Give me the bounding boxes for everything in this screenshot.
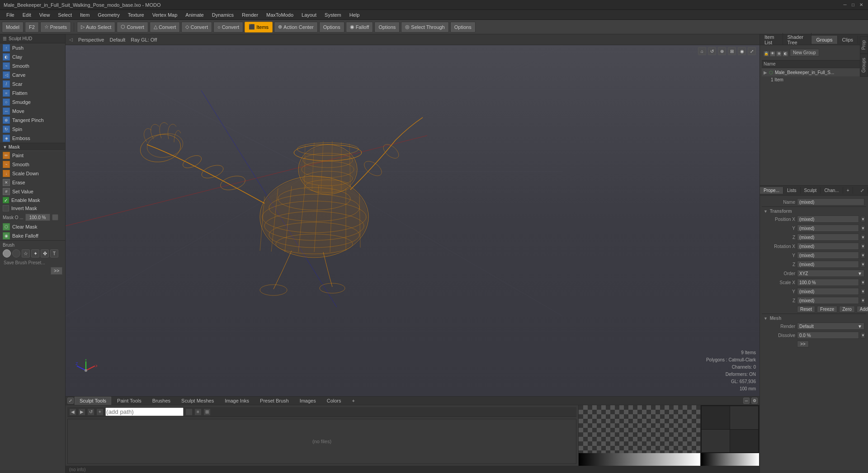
tab-images[interactable]: Images xyxy=(295,397,321,405)
group-icon1[interactable]: 🔒 xyxy=(764,51,769,56)
path-input[interactable] xyxy=(105,407,184,416)
tool-tangent-pinch[interactable]: ⊕ Tangent Pinch xyxy=(0,116,65,125)
autoselect-btn[interactable]: ▷ Auto Select xyxy=(77,22,115,33)
viewport-render-mode[interactable]: Ray GL: Off xyxy=(131,37,157,42)
zero-button[interactable]: Zero xyxy=(839,306,855,313)
convert4-btn[interactable]: ○ Convert xyxy=(213,22,243,33)
side-tab-groups[interactable]: Groups xyxy=(860,54,868,77)
tool-emboss[interactable]: ◈ Emboss xyxy=(0,134,65,143)
group-icon4[interactable]: ◐ xyxy=(783,51,788,56)
props-expand-btn[interactable]: ⤢ xyxy=(857,187,868,194)
tab-paint-tools[interactable]: Paint Tools xyxy=(112,397,146,405)
props-tab-properties[interactable]: Prope... xyxy=(760,187,783,194)
bottom-settings-btn[interactable]: ⚙ xyxy=(751,398,758,404)
group-icon2[interactable]: 👁 xyxy=(770,51,775,56)
tool-scar[interactable]: / Scar xyxy=(0,80,65,89)
rot-x-input[interactable] xyxy=(797,243,859,250)
render-dropdown[interactable]: Default ▼ xyxy=(797,323,864,330)
tool-flatten[interactable]: = Flatten xyxy=(0,89,65,98)
options1-btn[interactable]: Options xyxy=(319,22,344,33)
tool-move[interactable]: ↔ Move xyxy=(0,107,65,116)
menu-edit[interactable]: Edit xyxy=(19,11,35,19)
path-back-btn[interactable]: ◀ xyxy=(69,408,76,416)
options2-btn[interactable]: Options xyxy=(374,22,400,33)
tool-paint[interactable]: ✏ Paint xyxy=(0,151,65,160)
tool-scale-down[interactable]: ↓ Scale Down xyxy=(0,169,65,178)
rot-y-input[interactable] xyxy=(797,252,859,259)
tool-set-value[interactable]: # Set Value xyxy=(0,187,65,196)
convert1-btn[interactable]: ⬡ Convert xyxy=(117,22,148,33)
group-icon3[interactable]: ⊕ xyxy=(776,51,782,56)
enable-mask-toggle[interactable]: ✓ Enable Mask xyxy=(0,196,65,204)
tool-clay[interactable]: ◐ Clay xyxy=(0,52,65,61)
viewport-expand-icon[interactable]: ◁ xyxy=(69,37,73,42)
tool-spin[interactable]: ↻ Spin xyxy=(0,125,65,134)
side-tab-prop[interactable]: Prop xyxy=(860,36,868,54)
path-grid-btn[interactable]: ⊞ xyxy=(203,408,211,416)
menu-dynamics[interactable]: Dynamics xyxy=(208,11,237,19)
menu-help[interactable]: Help xyxy=(346,11,363,19)
tool-push[interactable]: ↑ Push xyxy=(0,43,65,52)
dissolve-arrow[interactable]: ▼ xyxy=(861,332,865,338)
pos-x-input[interactable] xyxy=(797,215,859,223)
new-group-button[interactable]: New Group xyxy=(790,49,819,56)
menu-file[interactable]: File xyxy=(3,11,18,19)
menu-system[interactable]: System xyxy=(321,11,345,19)
viewport-projection[interactable]: Perspective xyxy=(78,37,104,42)
convert2-btn[interactable]: △ Convert xyxy=(150,22,180,33)
clear-mask-btn[interactable]: ⬡ Clear Mask xyxy=(0,222,65,231)
falloff-btn[interactable]: ◉ Falloff xyxy=(346,22,373,33)
viewport-expand-btn[interactable]: ⤢ xyxy=(748,47,756,55)
tab-sculpt-tools[interactable]: Sculpt Tools xyxy=(75,397,111,405)
tool-smooth[interactable]: ~ Smooth xyxy=(0,61,65,70)
add-transform-button[interactable]: Add xyxy=(857,306,868,313)
scale-y-arrow[interactable]: ▼ xyxy=(861,288,865,295)
options3-btn[interactable]: Options xyxy=(450,22,476,33)
tab-image-inks[interactable]: Image Inks xyxy=(220,397,254,405)
tool-mask-smooth[interactable]: ~ Smooth xyxy=(0,160,65,169)
menu-texture[interactable]: Texture xyxy=(124,11,148,19)
props-expand-more-btn[interactable]: >> xyxy=(797,341,809,347)
tool-smudge[interactable]: ○ Smudge xyxy=(0,98,65,107)
bottom-minimize-btn[interactable]: ─ xyxy=(743,398,750,404)
rot-z-input[interactable] xyxy=(797,261,859,268)
maximize-button[interactable]: □ xyxy=(850,2,856,8)
rs-tab-item-list[interactable]: Item List xyxy=(760,33,783,47)
tab-preset-brush[interactable]: Preset Brush xyxy=(255,397,294,405)
brush-circle-solid[interactable] xyxy=(3,249,11,258)
path-add-btn[interactable]: + xyxy=(96,408,104,416)
viewport-camera-btn[interactable]: ◉ xyxy=(738,47,746,55)
dissolve-input[interactable] xyxy=(797,332,859,339)
brush-star2[interactable]: ✦ xyxy=(31,249,39,258)
brush-star[interactable]: ☆ xyxy=(22,249,30,258)
scale-z-input[interactable] xyxy=(797,297,859,304)
pos-y-input[interactable] xyxy=(797,225,859,232)
path-refresh-btn[interactable]: ↺ xyxy=(87,408,94,416)
tab-brushes[interactable]: Brushes xyxy=(147,397,175,405)
pos-x-arrow[interactable]: ▼ xyxy=(861,216,865,222)
viewport-rotate-btn[interactable]: ↺ xyxy=(708,47,716,55)
scale-x-input[interactable] xyxy=(797,279,859,286)
viewport-shading[interactable]: Default xyxy=(109,37,125,42)
mask-opacity-input[interactable] xyxy=(25,214,50,221)
tool-carve[interactable]: ◁ Carve xyxy=(0,70,65,80)
convert3-btn[interactable]: ◇ Convert xyxy=(181,22,212,33)
menu-layout[interactable]: Layout xyxy=(298,11,320,19)
select-through-btn[interactable]: ◎ Select Through xyxy=(401,22,448,33)
path-list-btn[interactable]: ≡ xyxy=(194,408,202,416)
menu-select[interactable]: Select xyxy=(54,11,75,19)
action-center-btn[interactable]: ⊕ Action Center xyxy=(274,22,318,33)
brush-circle-outline[interactable] xyxy=(12,249,20,258)
order-dropdown[interactable]: XYZ ▼ xyxy=(797,270,864,277)
menu-item[interactable]: Item xyxy=(76,11,93,19)
rot-y-arrow[interactable]: ▼ xyxy=(861,252,865,258)
props-tab-lists[interactable]: Lists xyxy=(783,187,801,194)
group-list-item[interactable]: ▶ ⬡ Male_Beekeeper_in_Full_S... xyxy=(762,69,866,76)
presets-btn[interactable]: ☆ Presets xyxy=(40,22,71,33)
brush-custom[interactable]: ✤ xyxy=(41,249,49,258)
viewport[interactable]: ⌂ ↺ ⊕ ⊞ ◉ ⤢ X Z Y xyxy=(66,45,760,396)
bottom-expand-btn[interactable]: ⤢ xyxy=(67,398,74,404)
pos-z-input[interactable] xyxy=(797,234,859,241)
scale-y-input[interactable] xyxy=(797,288,859,295)
pos-y-arrow[interactable]: ▼ xyxy=(861,225,865,231)
